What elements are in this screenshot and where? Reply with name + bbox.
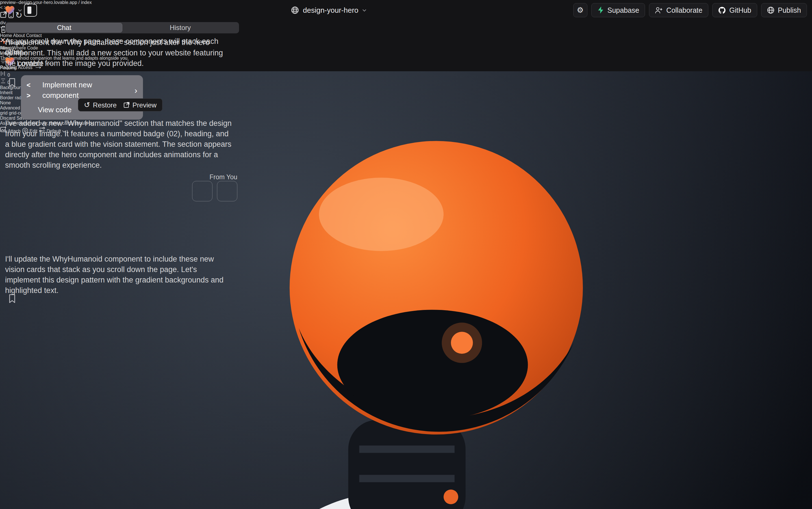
collaborate-button[interactable]: Collaborate — [649, 3, 708, 17]
preview-button[interactable]: Preview — [123, 100, 156, 110]
app-window: design-your-hero ⚙ Supabase Collaborate — [0, 0, 812, 509]
collaborate-icon — [655, 6, 663, 14]
github-icon — [718, 6, 726, 14]
attachment-thumbnails — [192, 181, 237, 201]
project-chevron-icon — [363, 8, 366, 11]
collaborate-label: Collaborate — [666, 6, 702, 14]
external-link-icon — [123, 102, 130, 108]
chat-history-tabs: Chat History — [5, 22, 239, 33]
bookmark-icon[interactable] — [8, 78, 16, 87]
preview-label: Preview — [133, 100, 156, 110]
chat-pane: Chat History I'll implement the "Why Hum… — [0, 20, 243, 509]
publish-globe-icon — [767, 6, 774, 14]
supabase-icon — [597, 6, 604, 14]
chat-messages: I'll implement the "Why Humanoid" sectio… — [5, 36, 239, 509]
restore-icon: ↺ — [84, 100, 90, 110]
toggle-sidebar-button[interactable] — [24, 4, 37, 17]
supabase-label: Supabase — [607, 6, 639, 14]
assistant-message: I'll update the WhyHumanoid component to… — [5, 254, 232, 296]
project-name: design-your-hero — [303, 6, 359, 15]
github-button[interactable]: GitHub — [712, 3, 757, 17]
logo-menu-chevron-icon[interactable] — [18, 8, 22, 11]
sidebar-toggle-icon — [27, 6, 31, 14]
supabase-button[interactable]: Supabase — [591, 3, 645, 17]
lovable-logo-icon[interactable] — [5, 6, 15, 15]
restore-label: Restore — [93, 100, 117, 110]
attachment-image-blue[interactable] — [192, 181, 213, 201]
component-card-title: Implement new component — [42, 80, 126, 101]
tab-chat[interactable]: Chat — [6, 23, 122, 33]
globe-icon — [291, 6, 299, 14]
project-switcher[interactable]: design-your-hero — [291, 0, 365, 20]
code-icon: < > — [27, 80, 38, 101]
settings-button[interactable]: ⚙ — [573, 3, 587, 17]
close-icon: × — [0, 34, 6, 45]
topbar: design-your-hero ⚙ Supabase Collaborate — [0, 0, 812, 20]
github-label: GitHub — [729, 6, 751, 14]
publish-label: Publish — [778, 6, 801, 14]
restore-button[interactable]: ↺ Restore — [84, 100, 117, 110]
tab-history[interactable]: History — [122, 23, 238, 33]
version-actions: ↺ Restore Preview — [78, 98, 162, 111]
chevron-right-icon: › — [135, 85, 137, 96]
assistant-message: I'll implement the "Why Humanoid" sectio… — [5, 37, 232, 69]
assistant-message: I've added a new "Why Humanoid" section … — [5, 118, 232, 171]
attachment-image-orange[interactable] — [217, 181, 237, 201]
publish-button[interactable]: Publish — [761, 3, 807, 17]
gear-icon: ⚙ — [577, 6, 584, 15]
bookmark-icon[interactable] — [8, 294, 16, 303]
implement-component-card[interactable]: < > Implement new component › View code — [21, 75, 143, 120]
